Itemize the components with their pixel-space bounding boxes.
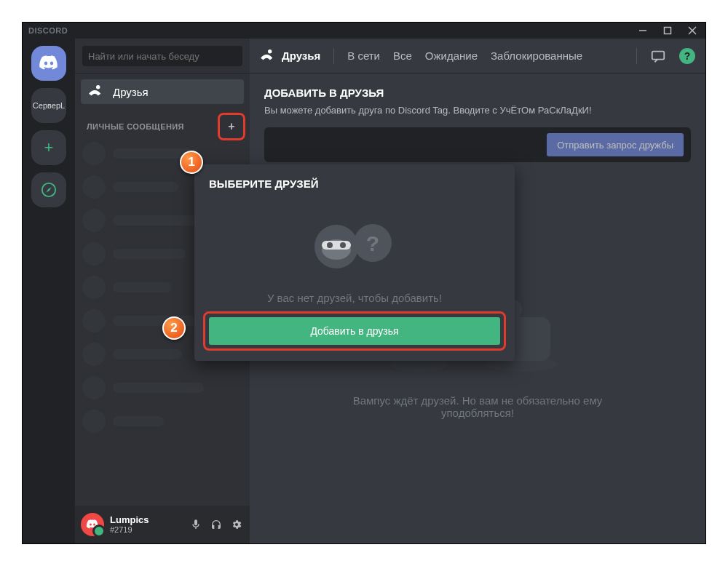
svg-point-20 — [327, 242, 333, 248]
deafen-button[interactable] — [209, 517, 223, 532]
help-button[interactable]: ? — [679, 48, 695, 64]
dm-skeleton-item — [82, 410, 242, 433]
home-button[interactable] — [31, 46, 66, 81]
popover-empty-text: У вас нет друзей, чтобы добавить! — [209, 292, 500, 304]
server-item-1[interactable]: СерверL — [31, 88, 66, 123]
tutorial-marker-1: 1 — [180, 151, 203, 174]
new-group-dm-button[interactable] — [650, 48, 666, 64]
tab-blocked[interactable]: Заблокированные — [491, 49, 582, 62]
svg-text:?: ? — [366, 231, 379, 255]
explore-servers-button[interactable] — [31, 172, 66, 207]
discord-logo-icon — [86, 519, 99, 530]
discord-logo-icon — [39, 55, 59, 71]
maximize-button[interactable] — [660, 23, 675, 38]
dm-skeleton-item — [82, 376, 242, 399]
minimize-button[interactable] — [636, 23, 650, 38]
search-wrap — [75, 39, 250, 73]
wave-icon — [260, 49, 276, 63]
user-controls — [189, 517, 244, 532]
user-info: Lumpics #2719 — [110, 515, 183, 534]
tab-online[interactable]: В сети — [347, 49, 380, 62]
app-window: DISCORD СерверL + Друзья — [22, 22, 706, 544]
wumpus-question-icon: ? — [296, 210, 413, 276]
titlebar: DISCORD — [23, 23, 705, 39]
main-header: Друзья В сети Все Ожидание Заблокированн… — [250, 39, 705, 73]
svg-rect-7 — [652, 51, 665, 59]
search-input[interactable] — [82, 46, 242, 66]
user-settings-button[interactable] — [229, 517, 244, 532]
dm-section-header: ЛИЧНЫЕ СООБЩЕНИЯ + — [75, 110, 250, 136]
gear-icon — [231, 519, 242, 530]
create-dm-button[interactable]: + — [225, 120, 238, 133]
svg-point-21 — [340, 242, 346, 248]
header-divider — [636, 48, 637, 64]
app-name: DISCORD — [28, 26, 68, 35]
svg-point-5 — [96, 85, 100, 89]
select-friends-popover: ВЫБЕРИТЕ ДРУЗЕЙ ? У вас нет друзей, чтоб… — [194, 164, 515, 361]
empty-text-line2: уподобляться! — [250, 407, 705, 419]
svg-point-6 — [268, 49, 272, 53]
svg-rect-1 — [665, 28, 671, 34]
add-friends-button[interactable]: Добавить в друзья — [209, 317, 500, 345]
tab-friends[interactable]: Друзья — [260, 49, 320, 63]
add-server-button[interactable]: + — [31, 130, 66, 165]
chat-plus-icon — [650, 48, 666, 64]
dm-section-label: ЛИЧНЫЕ СООБЩЕНИЯ — [87, 122, 184, 131]
mute-mic-button[interactable] — [189, 517, 203, 532]
add-friend-title: ДОБАВИТЬ В ДРУЗЬЯ — [264, 87, 691, 99]
empty-text-line1: Вампус ждёт друзей. Но вам не обязательн… — [250, 394, 705, 407]
svg-rect-19 — [322, 241, 351, 250]
friends-nav-button[interactable]: Друзья — [81, 79, 244, 104]
tab-friends-label: Друзья — [282, 49, 320, 62]
add-friend-input-row[interactable]: Отправить запрос дружбы — [264, 127, 691, 162]
mic-icon — [190, 519, 202, 530]
add-friend-desc: Вы можете добавить друга по Discord Tag.… — [264, 105, 691, 116]
user-panel: Lumpics #2719 — [75, 506, 250, 543]
compass-icon — [41, 182, 57, 198]
tutorial-marker-2: 2 — [162, 316, 186, 340]
window-controls — [636, 23, 700, 38]
friends-nav-label: Друзья — [113, 86, 149, 98]
tab-all[interactable]: Все — [393, 49, 412, 62]
tab-pending[interactable]: Ожидание — [425, 49, 478, 62]
headphones-icon — [210, 519, 222, 530]
header-divider — [333, 48, 334, 64]
user-avatar[interactable] — [81, 513, 104, 536]
popover-title: ВЫБЕРИТЕ ДРУЗЕЙ — [209, 178, 500, 190]
close-button[interactable] — [685, 23, 700, 38]
wave-icon — [88, 85, 104, 98]
user-tag: #2719 — [110, 525, 183, 534]
server-column: СерверL + — [23, 39, 75, 543]
send-friend-request-button[interactable]: Отправить запрос дружбы — [547, 133, 684, 156]
user-name: Lumpics — [110, 515, 183, 525]
app-body: СерверL + Друзья ЛИЧНЫЕ СООБЩЕНИЯ + — [23, 39, 705, 543]
dm-skeleton-item — [82, 142, 242, 165]
